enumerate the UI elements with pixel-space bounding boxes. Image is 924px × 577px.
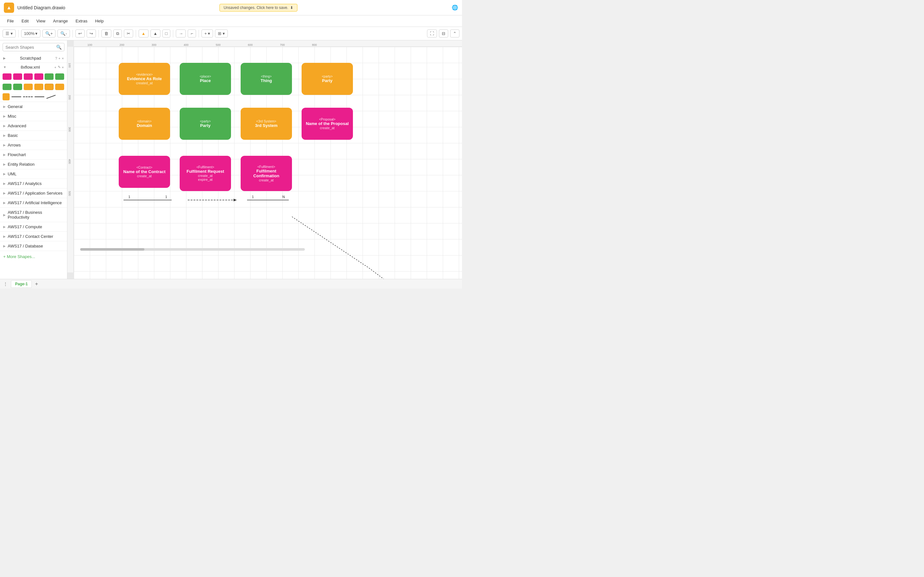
menu-file[interactable]: File [4, 17, 17, 25]
shape-pink-3[interactable] [24, 73, 33, 80]
menu-arrange[interactable]: Arrange [50, 17, 71, 25]
ruler-mark-v-100: 100 [68, 63, 71, 68]
aws-bizprod-label: AWS17 / Business Productivity [8, 210, 64, 219]
waypoint-btn[interactable]: → [176, 29, 186, 37]
more-shapes-link[interactable]: + More Shapes... [0, 251, 67, 262]
node-proposal-attr: create_at [320, 126, 334, 130]
split-view-btn[interactable]: ⊟ [439, 29, 448, 37]
ruler-mark-100: 100 [87, 43, 92, 47]
flow-library-header[interactable]: ▼ 8xflow.xml + ✎ × [0, 63, 67, 71]
node-evidence-as-role[interactable]: <evidence> Evidence As Role created_at [119, 63, 170, 95]
sidebar-item-aws-contact[interactable]: ▶ AWS17 / Contact Center [0, 232, 67, 242]
advanced-label: Advanced [8, 123, 26, 128]
sidebar-item-aws-bizprod[interactable]: ▶ AWS17 / Business Productivity [0, 208, 67, 222]
duplicate-btn[interactable]: ⧉ [113, 29, 122, 38]
zoom-out-btn[interactable]: 🔍- [57, 29, 69, 37]
move-btn[interactable]: ✂ [124, 29, 133, 37]
sidebar-item-advanced[interactable]: ▶ Advanced [0, 121, 67, 131]
node-place[interactable]: <place> Place [180, 63, 231, 95]
line-dashed[interactable] [23, 97, 33, 97]
menu-extras[interactable]: Extras [73, 17, 91, 25]
shadow-btn[interactable]: □ [162, 29, 171, 37]
page-tab-1[interactable]: Page-1 [11, 280, 32, 288]
sidebar-item-aws-ai[interactable]: ▶ AWS17 / Artificial Intelligence [0, 198, 67, 208]
sidebar-item-general[interactable]: ▶ General [0, 102, 67, 111]
node-fulfilment-confirmation[interactable]: <Fulfilment> Fulfilment Confirmation cre… [241, 156, 292, 191]
redo-btn[interactable]: ↪ [87, 29, 96, 37]
toolbar: ☰ ▾ 100% ▾ 🔍+ 🔍- ↩ ↪ 🗑 ⧉ ✂ ▲ ▲ □ → ⌐ + ▾… [0, 27, 462, 40]
shape-orange-2[interactable] [34, 84, 43, 90]
toolbar-sep-3 [99, 30, 99, 37]
zoom-select[interactable]: 100% ▾ [21, 29, 40, 37]
shape-orange-3[interactable] [45, 84, 53, 90]
aws-compute-label: AWS17 / Compute [8, 224, 42, 229]
add-page-btn[interactable]: + [35, 281, 38, 287]
node-fulfilment-request[interactable]: <Fulfilment> Fulfilment Request create_a… [180, 156, 231, 191]
shape-grid-row1 [0, 71, 67, 82]
sidebar-item-uml[interactable]: ▶ UML [0, 169, 67, 179]
sidebar-item-arrows[interactable]: ▶ Arrows [0, 140, 67, 150]
node-evidence-stereotype: <evidence> [136, 73, 153, 76]
fill-color-btn[interactable]: ▲ [139, 29, 149, 37]
search-box[interactable]: 🔍 [3, 43, 65, 51]
sidebar-item-entity-relation[interactable]: ▶ Entity Relation [0, 160, 67, 169]
node-contract[interactable]: <Contract> Name of the Contract create_a… [119, 156, 170, 188]
shape-orange-small[interactable] [3, 93, 10, 100]
flow-close-icon[interactable]: × [62, 65, 64, 69]
undo-btn[interactable]: ↩ [75, 29, 85, 37]
menu-view[interactable]: View [33, 17, 48, 25]
collapse-panel-btn[interactable]: ⌃ [450, 29, 459, 37]
sidebar-toggle-btn[interactable]: ☰ ▾ [3, 29, 16, 37]
node-thing[interactable]: <thing> Thing [241, 63, 292, 95]
scratchpad-help-icon[interactable]: ? [55, 56, 57, 60]
line-solid[interactable] [11, 97, 21, 97]
fullscreen-btn[interactable]: ⛶ [427, 29, 437, 37]
connector-btn[interactable]: ⌐ [188, 29, 196, 37]
shape-pink-2[interactable] [13, 73, 22, 80]
sidebar-item-aws-analytics[interactable]: ▶ AWS17 / Analytics [0, 179, 67, 189]
unsaved-banner[interactable]: Unsaved changes. Click here to save. ⬇ [220, 4, 297, 11]
node-proposal[interactable]: <Proposal> Name of the Proposal create_a… [302, 108, 353, 140]
node-3rd-stereotype: <3rd System> [256, 119, 276, 123]
menu-edit[interactable]: Edit [18, 17, 32, 25]
sidebar-item-aws-compute[interactable]: ▶ AWS17 / Compute [0, 222, 67, 232]
delete-btn[interactable]: 🗑 [102, 29, 111, 37]
menu-help[interactable]: Help [92, 17, 107, 25]
line-diagonal[interactable] [47, 95, 56, 99]
scratchpad-close-icon[interactable]: × [62, 56, 64, 60]
node-party-1[interactable]: <party> Party [302, 63, 353, 95]
title-bar: ▲ Untitled Diagram.drawio Unsaved change… [0, 0, 462, 15]
scratchpad-header[interactable]: ▶ Scratchpad ? + × [0, 54, 67, 63]
node-3rd-system[interactable]: <3rd System> 3rd System [241, 108, 292, 140]
node-party-2[interactable]: <party> Party [180, 108, 231, 140]
canvas-wrapper[interactable]: 100 200 300 400 500 600 700 800 100 200 … [67, 40, 462, 279]
search-input[interactable] [5, 45, 55, 50]
shape-green-3[interactable] [3, 84, 11, 90]
shape-orange-4[interactable] [55, 84, 64, 90]
shape-green-2[interactable] [55, 73, 64, 80]
sidebar-item-basic[interactable]: ▶ Basic [0, 131, 67, 140]
sidebar-item-flowchart[interactable]: ▶ Flowchart [0, 150, 67, 160]
shape-pink-4[interactable] [34, 73, 43, 80]
sidebar-item-aws-db[interactable]: ▶ AWS17 / Database [0, 242, 67, 251]
flow-add-icon[interactable]: + [54, 65, 56, 69]
ruler-mark-800: 800 [312, 43, 317, 47]
shape-pink-1[interactable] [3, 73, 11, 80]
sidebar-item-aws-appservices[interactable]: ▶ AWS17 / Application Services [0, 189, 67, 198]
add-shape-btn[interactable]: + ▾ [202, 29, 213, 37]
er-chevron: ▶ [3, 163, 6, 166]
svg-rect-12 [80, 248, 144, 251]
line-solid-2[interactable] [35, 97, 44, 97]
shape-green-4[interactable] [13, 84, 22, 90]
table-btn[interactable]: ⊞ ▾ [215, 29, 228, 37]
node-domain[interactable]: <domain> Domain [119, 108, 170, 140]
zoom-in-btn[interactable]: 🔍+ [42, 29, 56, 37]
shape-orange-1[interactable] [24, 84, 33, 90]
shape-green-1[interactable] [45, 73, 53, 80]
scratchpad-add-icon[interactable]: + [58, 56, 60, 60]
sidebar-item-misc[interactable]: ▶ Misc [0, 111, 67, 121]
flow-edit-icon[interactable]: ✎ [58, 65, 61, 69]
canvas[interactable]: 1 1 1 N <evidence> [74, 47, 462, 279]
pages-menu-btn[interactable]: ⋮ [3, 282, 8, 287]
line-color-btn[interactable]: ▲ [150, 29, 160, 37]
